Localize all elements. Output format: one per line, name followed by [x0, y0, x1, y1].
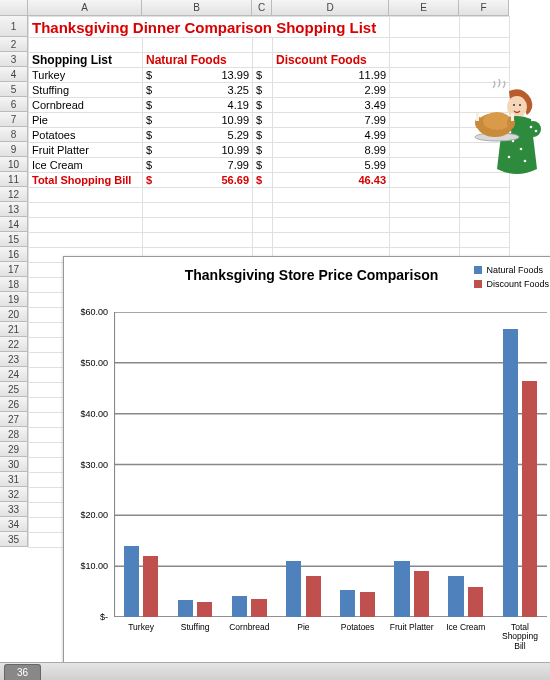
cell[interactable]	[390, 128, 460, 143]
row-header-15[interactable]: 15	[0, 232, 28, 247]
cell[interactable]	[273, 233, 390, 248]
header-shopping-list[interactable]: Shopping List	[29, 53, 143, 68]
col-header-D[interactable]: D	[272, 0, 389, 16]
cell[interactable]	[460, 203, 510, 218]
row-header-9[interactable]: 9	[0, 142, 28, 157]
row-header-26[interactable]: 26	[0, 397, 28, 412]
cell[interactable]	[390, 38, 460, 53]
row-header-27[interactable]: 27	[0, 412, 28, 427]
row-header-35[interactable]: 35	[0, 532, 28, 547]
total-discount[interactable]: 46.43	[273, 173, 390, 188]
item-price-natural[interactable]: $3.25	[143, 83, 253, 98]
row-header-4[interactable]: 4	[0, 67, 28, 82]
row-header-1[interactable]: 1	[0, 16, 28, 37]
item-name[interactable]: Turkey	[29, 68, 143, 83]
item-name[interactable]: Fruit Platter	[29, 143, 143, 158]
item-currency-discount[interactable]: $	[253, 68, 273, 83]
cell[interactable]	[253, 233, 273, 248]
row-header-20[interactable]: 20	[0, 307, 28, 322]
item-currency-discount[interactable]: $	[253, 98, 273, 113]
col-header-A[interactable]: A	[28, 0, 142, 16]
header-discount-foods[interactable]: Discount Foods	[273, 53, 390, 68]
row-header-18[interactable]: 18	[0, 277, 28, 292]
total-label[interactable]: Total Shopping Bill	[29, 173, 143, 188]
item-price-natural[interactable]: $13.99	[143, 68, 253, 83]
row-header-29[interactable]: 29	[0, 442, 28, 457]
row-header-6[interactable]: 6	[0, 97, 28, 112]
item-currency-discount[interactable]: $	[253, 83, 273, 98]
cell[interactable]	[390, 233, 460, 248]
cell[interactable]	[253, 38, 273, 53]
cell[interactable]	[390, 83, 460, 98]
title-cell[interactable]: Thanksgiving Dinner Comparison Shopping …	[29, 17, 390, 38]
cell[interactable]	[253, 203, 273, 218]
cell[interactable]	[29, 218, 143, 233]
cell[interactable]	[390, 113, 460, 128]
item-currency-discount[interactable]: $	[253, 128, 273, 143]
col-header-B[interactable]: B	[142, 0, 252, 16]
item-price-discount[interactable]: 2.99	[273, 83, 390, 98]
select-all-corner[interactable]	[0, 0, 28, 16]
item-price-natural[interactable]: $5.29	[143, 128, 253, 143]
item-price-natural[interactable]: $7.99	[143, 158, 253, 173]
cell[interactable]	[390, 173, 460, 188]
col-header-C[interactable]: C	[252, 0, 272, 16]
total-currency-discount[interactable]: $	[253, 173, 273, 188]
embedded-chart[interactable]: Thanksgiving Store Price Comparison Natu…	[63, 256, 550, 662]
row-header-2[interactable]: 2	[0, 37, 28, 52]
item-name[interactable]: Stuffing	[29, 83, 143, 98]
cell[interactable]	[143, 38, 253, 53]
cell[interactable]	[390, 98, 460, 113]
row-header-10[interactable]: 10	[0, 157, 28, 172]
item-price-discount[interactable]: 7.99	[273, 113, 390, 128]
cell[interactable]	[29, 38, 143, 53]
row-header-8[interactable]: 8	[0, 127, 28, 142]
cell-grid[interactable]: Thanksgiving Dinner Comparison Shopping …	[28, 16, 550, 662]
cell[interactable]	[390, 17, 460, 38]
cell[interactable]	[273, 218, 390, 233]
row-header-12[interactable]: 12	[0, 187, 28, 202]
row-header-24[interactable]: 24	[0, 367, 28, 382]
total-natural[interactable]: $56.69	[143, 173, 253, 188]
cell[interactable]	[460, 17, 510, 38]
cell[interactable]	[460, 188, 510, 203]
item-price-discount[interactable]: 3.49	[273, 98, 390, 113]
item-currency-discount[interactable]: $	[253, 143, 273, 158]
row-header-3[interactable]: 3	[0, 52, 28, 67]
cell[interactable]	[253, 188, 273, 203]
col-header-E[interactable]: E	[389, 0, 459, 16]
row-header-22[interactable]: 22	[0, 337, 28, 352]
item-currency-discount[interactable]: $	[253, 158, 273, 173]
row-header-5[interactable]: 5	[0, 82, 28, 97]
sheet-tab-active[interactable]: 36	[4, 664, 41, 680]
row-header-34[interactable]: 34	[0, 517, 28, 532]
row-header-14[interactable]: 14	[0, 217, 28, 232]
cell[interactable]	[390, 158, 460, 173]
cell[interactable]	[390, 218, 460, 233]
item-price-natural[interactable]: $10.99	[143, 113, 253, 128]
item-name[interactable]: Ice Cream	[29, 158, 143, 173]
item-price-discount[interactable]: 5.99	[273, 158, 390, 173]
item-name[interactable]: Potatoes	[29, 128, 143, 143]
row-header-32[interactable]: 32	[0, 487, 28, 502]
cell[interactable]	[29, 188, 143, 203]
cell[interactable]	[390, 203, 460, 218]
item-price-discount[interactable]: 4.99	[273, 128, 390, 143]
cell[interactable]	[460, 233, 510, 248]
cell[interactable]	[143, 233, 253, 248]
item-price-natural[interactable]: $10.99	[143, 143, 253, 158]
row-header-28[interactable]: 28	[0, 427, 28, 442]
cell[interactable]	[460, 38, 510, 53]
item-price-discount[interactable]: 8.99	[273, 143, 390, 158]
cell[interactable]	[29, 233, 143, 248]
cell[interactable]	[273, 203, 390, 218]
cell[interactable]	[253, 218, 273, 233]
cell[interactable]	[390, 68, 460, 83]
cell[interactable]	[143, 218, 253, 233]
item-name[interactable]: Cornbread	[29, 98, 143, 113]
row-header-13[interactable]: 13	[0, 202, 28, 217]
cell[interactable]	[273, 188, 390, 203]
row-header-11[interactable]: 11	[0, 172, 28, 187]
header-natural-foods[interactable]: Natural Foods	[143, 53, 253, 68]
item-price-natural[interactable]: $4.19	[143, 98, 253, 113]
